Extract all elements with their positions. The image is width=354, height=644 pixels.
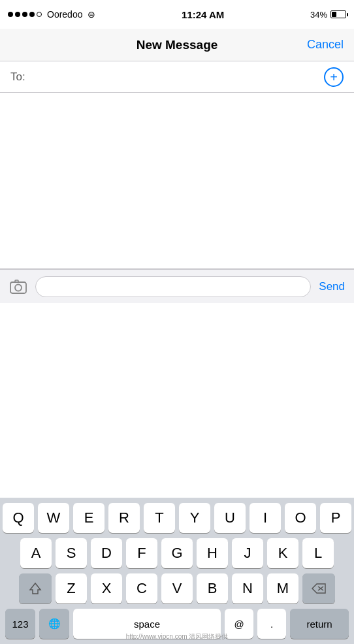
period-key[interactable]: . [257, 609, 286, 639]
signal-dot-2 [15, 12, 20, 17]
key-a[interactable]: A [20, 538, 52, 568]
watermark: http://www.vipcn.com 清风网络提供 [126, 632, 229, 641]
at-key[interactable]: @ [225, 609, 253, 639]
key-r[interactable]: R [108, 503, 140, 533]
input-toolbar: Send [0, 269, 354, 303]
key-s[interactable]: S [56, 538, 87, 568]
key-q[interactable]: Q [3, 503, 34, 533]
nav-bar: New Message Cancel [0, 29, 354, 61]
shift-key[interactable] [19, 573, 52, 604]
key-b[interactable]: B [197, 573, 228, 604]
key-t[interactable]: T [144, 503, 175, 533]
key-j[interactable]: J [232, 538, 263, 568]
send-button[interactable]: Send [316, 280, 347, 293]
signal-dot-4 [29, 12, 35, 17]
message-body [0, 93, 354, 269]
signal-dots [8, 12, 42, 17]
nav-title: New Message [137, 38, 218, 52]
key-z[interactable]: Z [56, 573, 87, 604]
key-l[interactable]: L [302, 538, 334, 568]
key-n[interactable]: N [232, 573, 263, 604]
key-c[interactable]: C [126, 573, 157, 604]
globe-key[interactable]: 🌐 [39, 609, 69, 639]
key-g[interactable]: G [161, 538, 193, 568]
battery-fill [332, 12, 336, 17]
key-m[interactable]: M [267, 573, 298, 604]
svg-rect-2 [15, 280, 18, 282]
cancel-button[interactable]: Cancel [307, 38, 344, 52]
message-input[interactable] [35, 276, 311, 297]
key-x[interactable]: X [91, 573, 122, 604]
wifi-icon: ⊜ [88, 9, 95, 20]
to-label: To: [10, 71, 25, 84]
key-e[interactable]: E [73, 503, 105, 533]
svg-point-1 [15, 284, 22, 291]
battery-icon [330, 10, 346, 18]
key-w[interactable]: W [38, 503, 69, 533]
carrier-name: Ooredoo [47, 9, 82, 20]
key-o[interactable]: O [285, 503, 316, 533]
battery-percent: 34% [310, 10, 327, 20]
to-field: To: + [0, 61, 354, 93]
add-contact-button[interactable]: + [324, 67, 344, 87]
key-f[interactable]: F [126, 538, 157, 568]
svg-marker-3 [30, 583, 40, 594]
key-k[interactable]: K [267, 538, 298, 568]
to-input[interactable] [31, 71, 324, 84]
status-time: 11:24 AM [182, 9, 224, 20]
camera-button[interactable] [7, 275, 30, 298]
key-y[interactable]: Y [179, 503, 210, 533]
message-textarea[interactable] [10, 99, 344, 262]
key-v[interactable]: V [161, 573, 193, 604]
keyboard-row-2: A S D F G H J K L [3, 538, 351, 568]
key-123[interactable]: 123 [5, 609, 35, 639]
signal-dot-5 [37, 12, 42, 17]
status-right: 34% [310, 10, 346, 20]
signal-dot-3 [22, 12, 27, 17]
key-u[interactable]: U [214, 503, 246, 533]
svg-rect-0 [10, 282, 26, 293]
return-key[interactable]: return [290, 609, 349, 639]
status-bar: Ooredoo ⊜ 11:24 AM 34% [0, 0, 354, 29]
keyboard-row-3: Z X C V B N M [3, 573, 351, 604]
key-h[interactable]: H [197, 538, 228, 568]
key-d[interactable]: D [91, 538, 122, 568]
keyboard-row-1: Q W E R T Y U I O P [3, 503, 351, 533]
keyboard: Q W E R T Y U I O P A S D F G H J K L Z … [0, 498, 354, 644]
signal-dot-1 [8, 12, 13, 17]
status-left: Ooredoo ⊜ [8, 9, 95, 20]
delete-key[interactable] [302, 573, 335, 604]
key-i[interactable]: I [249, 503, 281, 533]
key-p[interactable]: P [320, 503, 351, 533]
